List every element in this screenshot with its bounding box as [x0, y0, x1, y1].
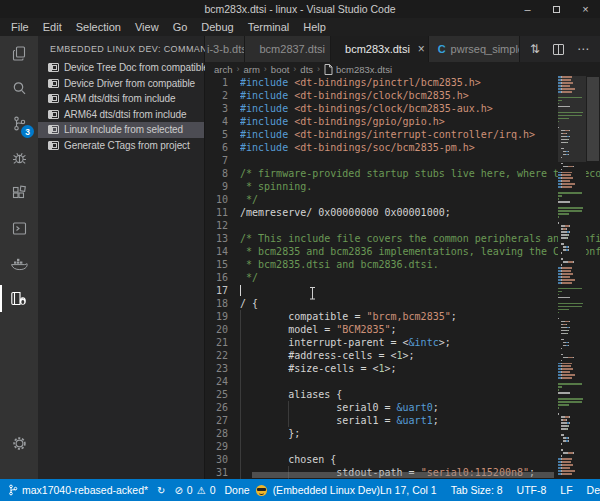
- line-number: 5: [205, 128, 240, 141]
- minimap[interactable]: [558, 76, 586, 479]
- problems-status[interactable]: ⊘ 0 ⚠ 0: [174, 484, 215, 496]
- code-line[interactable]: 10 */: [205, 193, 600, 206]
- code-text: / {: [240, 297, 600, 310]
- code-line[interactable]: 16 */: [205, 271, 600, 284]
- command-item[interactable]: Linux Include from selected: [38, 122, 204, 138]
- code-line[interactable]: 9 * spinning.: [205, 180, 600, 193]
- tab-size-status[interactable]: Tab Size: 8: [451, 484, 503, 496]
- maximize-button[interactable]: [542, 0, 571, 18]
- line-number: 8: [205, 167, 240, 180]
- code-line[interactable]: 21 interrupt-parent = <&intc>;: [205, 336, 600, 349]
- menu-view[interactable]: View: [128, 18, 166, 36]
- minimize-button[interactable]: –: [513, 0, 542, 18]
- encoding-status[interactable]: UTF-8: [517, 484, 547, 496]
- code-line[interactable]: 27 serial1 = &uart1;: [205, 414, 600, 427]
- code-text: [240, 219, 600, 232]
- tab-bcm2837.dtsi[interactable]: bcm2837.dtsi: [245, 36, 331, 62]
- command-item[interactable]: ARM64 dts/dtsi from include: [38, 107, 204, 123]
- code-line[interactable]: 22 #address-cells = <1>;: [205, 349, 600, 362]
- menu-terminal[interactable]: Terminal: [241, 18, 297, 36]
- code-line[interactable]: 25 aliases {: [205, 388, 600, 401]
- menu-help[interactable]: Help: [296, 18, 333, 36]
- vertical-scrollbar[interactable]: [586, 76, 600, 479]
- breadcrumb-segment[interactable]: dts: [300, 64, 313, 75]
- command-item[interactable]: Device Driver from compatible: [38, 76, 204, 92]
- code-line[interactable]: 13/* This include file covers the common…: [205, 232, 600, 245]
- git-branch-status[interactable]: max17040-rebased-acked*: [8, 484, 148, 496]
- activity-docker[interactable]: [0, 246, 38, 281]
- open-changes-icon[interactable]: ⇅: [530, 42, 540, 56]
- close-button[interactable]: ×: [571, 0, 600, 18]
- code-line[interactable]: 24: [205, 375, 600, 388]
- menu-edit[interactable]: Edit: [36, 18, 69, 36]
- tab-pwrseq_simple[interactable]: Cpwrseq_simple: [429, 36, 520, 62]
- command-item[interactable]: ARM dts/dtsi from include: [38, 91, 204, 107]
- line-number: 11: [205, 206, 240, 219]
- horizontal-scrollbar[interactable]: [240, 472, 558, 479]
- code-line[interactable]: 2#include <dt-bindings/clock/bcm2835.h>: [205, 89, 600, 102]
- code-line[interactable]: 18/ {: [205, 297, 600, 310]
- editor-group: i-3-b.dtsbcm2837.dtsibcm283x.dtsi×Cpwrse…: [205, 36, 600, 479]
- code-line[interactable]: 1#include <dt-bindings/pinctrl/bcm2835.h…: [205, 76, 600, 89]
- split-editor-icon[interactable]: [553, 44, 564, 55]
- command-label: ARM dts/dtsi from include: [64, 93, 175, 104]
- line-number: 25: [205, 388, 240, 401]
- code-line[interactable]: 3#include <dt-bindings/clock/bcm2835-aux…: [205, 102, 600, 115]
- code-line[interactable]: 14 * bcm2835 and bcm2836 implementations…: [205, 245, 600, 258]
- activity-search[interactable]: [0, 71, 38, 106]
- sync-icon[interactable]: ↻: [157, 485, 165, 496]
- activity-debug[interactable]: [0, 141, 38, 176]
- code-text: serial0 = &uart0;: [240, 401, 600, 414]
- code-line[interactable]: 4#include <dt-bindings/gpio/gpio.h>: [205, 115, 600, 128]
- activity-source-control[interactable]: 3: [0, 106, 38, 141]
- tab-label: i-3-b.dts: [207, 43, 245, 55]
- activity-explorer[interactable]: [0, 36, 38, 71]
- code-line[interactable]: 8/* firmware-provided startup stubs live…: [205, 167, 600, 180]
- menu-debug[interactable]: Debug: [194, 18, 240, 36]
- sunglasses-emoji-icon: [256, 485, 267, 496]
- tab-i-3-b.dts[interactable]: i-3-b.dts: [205, 36, 245, 62]
- breadcrumb-segment[interactable]: boot: [271, 64, 290, 75]
- line-number: 7: [205, 154, 240, 167]
- code-line[interactable]: 12: [205, 219, 600, 232]
- code-line[interactable]: 26 serial0 = &uart0;: [205, 401, 600, 414]
- code-line[interactable]: 7: [205, 154, 600, 167]
- activity-terminal[interactable]: [0, 211, 38, 246]
- code-line[interactable]: 30 chosen {: [205, 453, 600, 466]
- code-line[interactable]: 28 };: [205, 427, 600, 440]
- code-line[interactable]: 15 * bcm2835.dtsi and bcm2836.dtsi.: [205, 258, 600, 271]
- code-line[interactable]: 17: [205, 284, 600, 297]
- tab-bcm283x.dtsi[interactable]: bcm283x.dtsi×: [331, 36, 429, 62]
- code-text: */: [240, 271, 600, 284]
- command-item[interactable]: Device Tree Doc from compatible: [38, 60, 204, 76]
- eol-status[interactable]: LF: [560, 484, 572, 496]
- breadcrumb-segment[interactable]: arm: [243, 64, 259, 75]
- tab-close-icon[interactable]: ×: [418, 42, 425, 56]
- cursor-position-status[interactable]: Ln 17, Col 1: [380, 484, 437, 496]
- menu-go[interactable]: Go: [166, 18, 195, 36]
- code-line[interactable]: 6#include <dt-bindings/soc/bcm2835-pm.h>: [205, 141, 600, 154]
- code-area[interactable]: 1#include <dt-bindings/pinctrl/bcm2835.h…: [205, 76, 600, 479]
- line-number: 3: [205, 102, 240, 115]
- breadcrumb[interactable]: arch›arm›boot›dts›bcm283x.dtsi: [205, 62, 600, 76]
- code-line[interactable]: 11/memreserve/ 0x00000000 0x00001000;: [205, 206, 600, 219]
- activity-bar: 3: [0, 36, 38, 479]
- activity-embedded-linux-dev[interactable]: [0, 281, 38, 316]
- code-line[interactable]: 23 #size-cells = <1>;: [205, 362, 600, 375]
- code-line[interactable]: 20 model = "BCM2835";: [205, 323, 600, 336]
- menu-selection[interactable]: Selection: [69, 18, 128, 36]
- breadcrumb-segment[interactable]: arch: [214, 64, 232, 75]
- command-item[interactable]: Generate CTags from project: [38, 138, 204, 154]
- menu-file[interactable]: File: [4, 18, 36, 36]
- command-icon: [48, 94, 59, 103]
- language-mode-status[interactable]: DeviceTree: [587, 484, 600, 496]
- activity-extensions[interactable]: [0, 176, 38, 211]
- code-text: interrupt-parent = <&intc>;: [240, 336, 600, 349]
- branch-icon: [8, 484, 18, 496]
- settings-gear-icon[interactable]: [0, 426, 38, 461]
- code-line[interactable]: 19 compatible = "brcm,bcm2835";: [205, 310, 600, 323]
- code-line[interactable]: 5#include <dt-bindings/interrupt-control…: [205, 128, 600, 141]
- more-actions-icon[interactable]: ⋯: [577, 42, 590, 56]
- code-line[interactable]: 29: [205, 440, 600, 453]
- breadcrumb-file[interactable]: bcm283x.dtsi: [324, 64, 392, 75]
